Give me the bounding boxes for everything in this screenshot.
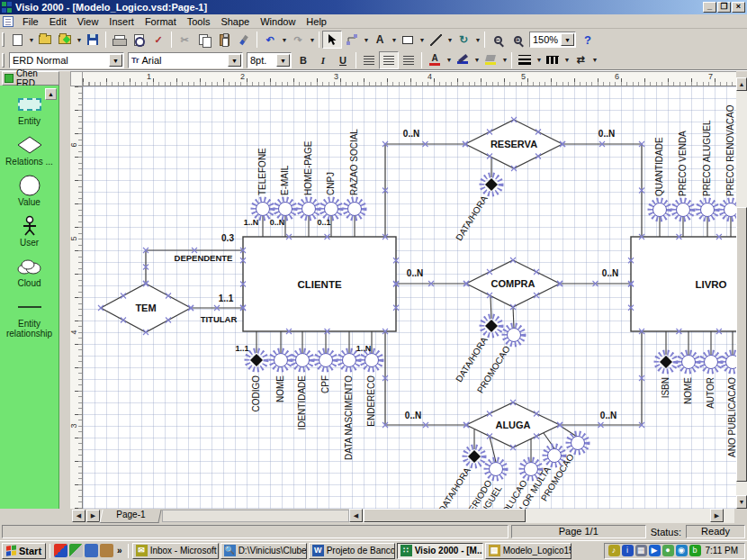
line-pattern-button[interactable] bbox=[543, 51, 562, 69]
font-size-combobox[interactable]: 8pt.▼ bbox=[247, 52, 292, 68]
bold-button[interactable]: B bbox=[293, 51, 313, 69]
start-button[interactable]: Start bbox=[2, 543, 46, 559]
quicklaunch-icon-2[interactable] bbox=[69, 544, 83, 557]
relationship-connector[interactable] bbox=[385, 144, 465, 237]
attribute-promocao[interactable] bbox=[508, 329, 521, 342]
pointer-tool-button[interactable] bbox=[322, 31, 342, 49]
help-button[interactable]: ? bbox=[578, 31, 598, 49]
rotate-dropdown[interactable]: ▼ bbox=[474, 37, 482, 43]
horizontal-scrollbar[interactable]: ◀ ▶ bbox=[349, 509, 734, 523]
stencil-item-user[interactable]: User bbox=[0, 216, 58, 248]
align-left-button[interactable] bbox=[359, 51, 379, 69]
connector-dropdown[interactable]: ▼ bbox=[363, 37, 370, 43]
spelling-button[interactable]: ✓ bbox=[148, 31, 168, 49]
attribute-devolucao[interactable] bbox=[525, 463, 538, 476]
rectangle-dropdown[interactable]: ▼ bbox=[418, 37, 426, 43]
attribute-cnpj[interactable] bbox=[325, 203, 338, 216]
stencil-item-entity-relationship[interactable]: Entity relationship bbox=[0, 297, 58, 339]
network-icon[interactable]: ◉ bbox=[676, 545, 688, 556]
undo-dropdown[interactable]: ▼ bbox=[281, 37, 288, 43]
vertical-scrollbar[interactable]: ▲ ▼ bbox=[736, 77, 747, 509]
stencil-scroll-up[interactable]: ▲ bbox=[45, 88, 57, 100]
attribute-quantidade[interactable] bbox=[653, 203, 667, 217]
key-attribute-data-hora[interactable] bbox=[485, 178, 498, 191]
attribute-promocao[interactable] bbox=[572, 437, 585, 450]
quicklaunch-icon-4[interactable] bbox=[100, 544, 113, 557]
scroll-down-arrow[interactable]: ▼ bbox=[736, 495, 747, 509]
line-ends-button[interactable]: ⇄ bbox=[571, 51, 590, 69]
line-color-dropdown[interactable]: ▼ bbox=[473, 57, 481, 63]
quicklaunch-icon-1[interactable] bbox=[54, 544, 68, 557]
key-attribute-data-hora[interactable] bbox=[468, 450, 481, 463]
scroll-up-arrow[interactable]: ▲ bbox=[736, 77, 747, 91]
page-next-button[interactable]: ▶ bbox=[86, 510, 100, 522]
redo-button[interactable]: ↷ bbox=[288, 31, 308, 49]
task-button-d-vinicius-clube[interactable]: 🔍D:\Vinicius\Clube ... bbox=[220, 543, 307, 559]
attribute-nome[interactable] bbox=[682, 356, 696, 369]
toolbar-grip[interactable] bbox=[2, 32, 4, 47]
volume-icon[interactable]: ♪ bbox=[608, 545, 620, 556]
new-button[interactable] bbox=[7, 31, 27, 49]
attribute-nome[interactable] bbox=[274, 354, 288, 367]
stencil-header[interactable]: Chen ERD bbox=[2, 71, 59, 86]
fill-color-dropdown[interactable]: ▼ bbox=[501, 57, 508, 63]
key-attribute-isbn[interactable] bbox=[660, 356, 672, 368]
attribute-preco-venda[interactable] bbox=[677, 203, 690, 217]
quicklaunch-chevron[interactable]: » bbox=[115, 546, 124, 555]
line-tool-button[interactable] bbox=[426, 31, 446, 49]
line-pattern-dropdown[interactable]: ▼ bbox=[563, 57, 571, 63]
menu-insert[interactable]: Insert bbox=[104, 15, 140, 28]
open-stencil-dropdown[interactable]: ▼ bbox=[76, 37, 83, 43]
font-color-button[interactable]: A bbox=[425, 51, 445, 69]
stencil-item-value[interactable]: Value bbox=[0, 176, 58, 207]
close-button[interactable]: × bbox=[732, 2, 745, 13]
align-center-button[interactable] bbox=[379, 51, 399, 69]
task-button-inbox-microsoft[interactable]: ✉Inbox - Microsoft ... bbox=[132, 543, 219, 559]
scroll-right-arrow[interactable]: ▶ bbox=[710, 509, 724, 522]
text-tool-button[interactable]: A bbox=[370, 31, 390, 49]
attribute-home-page[interactable] bbox=[302, 203, 316, 216]
stencil-item-cloud[interactable]: Cloud bbox=[0, 257, 58, 288]
attribute-autor[interactable] bbox=[705, 356, 718, 369]
zoom-out-button[interactable]: − bbox=[488, 31, 508, 49]
attribute-data-nascimento[interactable] bbox=[343, 354, 356, 367]
copy-button[interactable] bbox=[194, 31, 214, 49]
attribute-telefone[interactable] bbox=[256, 203, 270, 216]
save-button[interactable] bbox=[83, 31, 103, 49]
line-dropdown[interactable]: ▼ bbox=[446, 37, 454, 43]
document-icon[interactable] bbox=[3, 16, 14, 27]
update-icon[interactable]: ● bbox=[662, 545, 674, 556]
format-painter-button[interactable] bbox=[234, 31, 254, 49]
new-dropdown[interactable]: ▼ bbox=[28, 37, 35, 43]
font-combobox[interactable]: TrArial▼ bbox=[128, 52, 243, 68]
info-icon[interactable]: i bbox=[622, 545, 634, 556]
menu-window[interactable]: Window bbox=[255, 15, 301, 28]
rectangle-tool-button[interactable] bbox=[398, 31, 418, 49]
attribute-preco-aluguel[interactable] bbox=[701, 203, 715, 217]
menu-format[interactable]: Format bbox=[140, 15, 182, 28]
menu-file[interactable]: File bbox=[17, 15, 44, 28]
scroll-left-arrow[interactable]: ◀ bbox=[349, 509, 363, 522]
attribute-cpf[interactable] bbox=[320, 354, 333, 367]
minimize-button[interactable]: _ bbox=[703, 2, 716, 13]
line-weight-button[interactable] bbox=[515, 51, 535, 69]
task-button-projeto-de-banco[interactable]: WProjeto de Banco ... bbox=[309, 543, 395, 559]
style-combobox[interactable]: ERD Normal▼ bbox=[9, 52, 124, 68]
menu-edit[interactable]: Edit bbox=[44, 15, 72, 28]
quicklaunch-icon-3[interactable] bbox=[85, 544, 98, 557]
zoom-combobox[interactable]: 150%▼ bbox=[529, 32, 576, 48]
cut-button[interactable]: ✂ bbox=[175, 31, 194, 49]
zoom-combobox-arrow[interactable]: ▼ bbox=[561, 33, 574, 46]
redo-dropdown[interactable]: ▼ bbox=[309, 37, 316, 43]
attribute-endereco[interactable] bbox=[365, 354, 379, 367]
rotate-tool-button[interactable]: ↻ bbox=[454, 31, 473, 49]
relationship-connector[interactable] bbox=[562, 144, 642, 237]
line-weight-dropdown[interactable]: ▼ bbox=[536, 57, 543, 63]
line-ends-dropdown[interactable]: ▼ bbox=[591, 57, 598, 63]
attribute-periodo[interactable] bbox=[490, 463, 503, 476]
drawing-canvas[interactable]: CLIENTELIVROTEMRESERVACOMPRAALUGATELEFON… bbox=[83, 86, 736, 509]
attribute-preco-renovacao[interactable] bbox=[724, 203, 737, 217]
attribute-e-mail[interactable] bbox=[279, 203, 292, 216]
vscroll-thumb[interactable] bbox=[736, 207, 747, 482]
key-attribute-data-hora[interactable] bbox=[485, 320, 498, 332]
